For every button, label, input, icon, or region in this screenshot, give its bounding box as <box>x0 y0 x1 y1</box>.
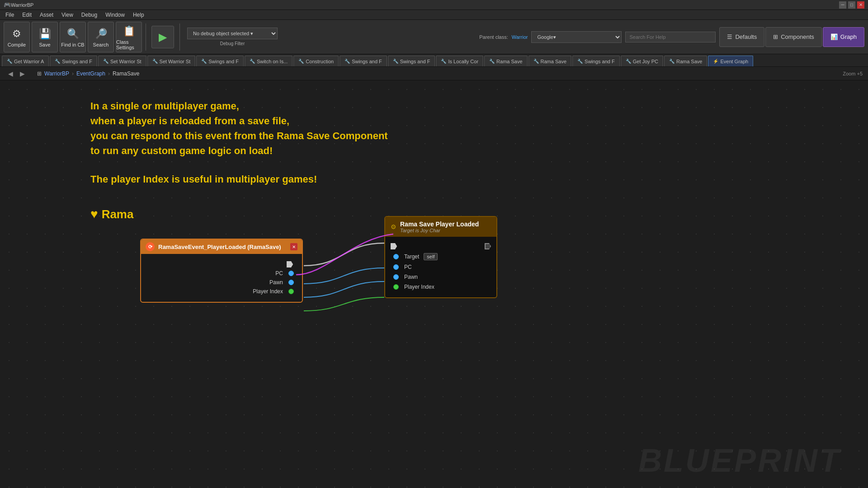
graph-icon: 📊 <box>830 33 838 40</box>
help-search-input[interactable] <box>625 32 716 42</box>
tab-swings-4[interactable]: 🔧 Swings and F <box>388 56 435 66</box>
exec-out-pin <box>287 261 293 267</box>
tab-switch-on-is[interactable]: 🔧 Switch on Is... <box>245 56 292 66</box>
debug-object-select[interactable]: No debug object selected ▾ <box>187 28 278 39</box>
tab-icon-5: 🔧 <box>250 59 255 64</box>
compile-button[interactable]: ⚙ Compile <box>4 22 30 52</box>
toolbar: ⚙ Compile 💾 Save 🔍 Find in CB 🔎 Search 📋… <box>0 20 868 54</box>
tabs-row: 🔧 Get Warrior A 🔧 Swings and F 🔧 Set War… <box>0 54 868 67</box>
node-left-pin-pc: PC <box>146 270 297 277</box>
tab-icon-12: 🔧 <box>577 59 583 64</box>
breadcrumb-sep-2: › <box>108 70 110 77</box>
tab-icon-13: 🔧 <box>626 59 631 64</box>
breadcrumb-root[interactable]: WarriorBP <box>44 70 69 77</box>
class-settings-button[interactable]: 📋 Class Settings <box>116 22 142 52</box>
class-settings-icon: 📋 <box>122 24 136 38</box>
pin-pawn-out <box>288 280 294 285</box>
tab-components[interactable]: ⊞ Components <box>765 27 822 47</box>
tab-rama-save-3[interactable]: 🔧 Rama Save <box>664 56 707 66</box>
tab-swings-2[interactable]: 🔧 Swings and F <box>196 56 244 66</box>
pin-pc-out <box>288 271 294 276</box>
menu-debug[interactable]: Debug <box>78 11 101 19</box>
tab-graph[interactable]: 📊 Graph <box>823 27 864 47</box>
right-pin-pc <box>393 264 399 270</box>
tab-get-joy-pc[interactable]: 🔧 Get Joy PC <box>621 56 663 66</box>
tab-event-graph[interactable]: ⚡ Event Graph <box>708 56 753 66</box>
tab-icon-8: 🔧 <box>393 59 398 64</box>
pin-playerindex-out <box>288 289 294 294</box>
node-ramasaveevent-playerloaded[interactable]: ⟳ RamaSaveEvent_PlayerLoaded (RamaSave) … <box>140 239 303 303</box>
node-left-pin-pawn: Pawn <box>146 279 297 286</box>
node-right-pin-pc: PC <box>391 264 491 270</box>
tab-set-warrior-2[interactable]: 🔧 Set Warrior St <box>147 56 196 66</box>
node-left-body: PC Pawn Player Index <box>141 254 302 302</box>
save-icon: 💾 <box>38 27 52 41</box>
compile-icon: ⚙ <box>9 27 24 41</box>
menu-edit[interactable]: Edit <box>19 11 35 19</box>
heart-icon: ♥ <box>90 207 98 221</box>
tab-icon-9: 🔧 <box>441 59 446 64</box>
tab-swings-5[interactable]: 🔧 Swings and F <box>572 56 620 66</box>
node-left-pin-playerindex: Player Index <box>146 288 297 295</box>
search-toolbar-icon: 🔎 <box>94 27 108 41</box>
tab-set-warrior-1[interactable]: 🔧 Set Warrior St <box>98 56 146 66</box>
tab-rama-save-1[interactable]: 🔧 Rama Save <box>484 56 527 66</box>
tab-icon-15: ⚡ <box>713 59 718 64</box>
toolbar-separator-1 <box>146 23 146 51</box>
tab-icon-4: 🔧 <box>201 59 207 64</box>
tab-swings-1[interactable]: 🔧 Swings and F <box>50 56 97 66</box>
nav-back-button[interactable]: ◀ <box>5 69 15 79</box>
node-right-pin-playerindex: Player Index <box>391 284 491 290</box>
google-dropdown[interactable]: Google▾ <box>531 31 622 43</box>
rama-signature: ♥ Rama <box>90 207 133 221</box>
tab-is-locally-cor[interactable]: 🔧 Is Locally Cor <box>436 56 483 66</box>
blueprint-canvas[interactable]: In a single or multiplayer game, when a … <box>0 80 868 488</box>
menu-file[interactable]: File <box>2 11 18 19</box>
menu-asset[interactable]: Asset <box>36 11 57 19</box>
components-icon: ⊞ <box>773 33 778 40</box>
play-button[interactable]: ▶ <box>151 26 174 48</box>
tab-icon-14: 🔧 <box>669 59 675 64</box>
tab-rama-save-2[interactable]: 🔧 Rama Save <box>528 56 571 66</box>
tab-construction[interactable]: 🔧 Construction <box>293 56 339 66</box>
node-right-icon: ⚙ <box>391 223 396 230</box>
find-in-cb-button[interactable]: 🔍 Find in CB <box>60 22 86 52</box>
right-pin-playerindex <box>393 284 399 290</box>
search-button[interactable]: 🔎 Search <box>88 22 114 52</box>
exec-in-pin <box>391 243 397 249</box>
toolbar-separator-2 <box>179 23 180 51</box>
app-title: WarriorBP <box>11 2 33 8</box>
tab-swings-3[interactable]: 🔧 Swings and F <box>340 56 387 66</box>
tab-icon-0: 🔧 <box>7 59 12 64</box>
nav-forward-button[interactable]: ▶ <box>17 69 27 79</box>
tab-icon-11: 🔧 <box>533 59 539 64</box>
defaults-icon: ☰ <box>727 33 732 40</box>
node-left-header: ⟳ RamaSaveEvent_PlayerLoaded (RamaSave) … <box>141 239 302 254</box>
breadcrumb-bar: ◀ ▶ ⊞ WarriorBP › EventGraph › RamaSave … <box>0 67 868 80</box>
breadcrumb-current: RamaSave <box>113 70 139 77</box>
node-left-close[interactable]: ✕ <box>290 243 297 250</box>
menu-window[interactable]: Window <box>102 11 128 19</box>
minimize-button[interactable]: ─ <box>839 1 846 9</box>
find-icon: 🔍 <box>66 27 80 41</box>
save-button[interactable]: 💾 Save <box>32 22 58 52</box>
tab-get-warrior-a[interactable]: 🔧 Get Warrior A <box>2 56 49 66</box>
close-button[interactable]: ✕ <box>857 1 864 9</box>
right-pin-pawn <box>393 274 399 280</box>
zoom-label: Zoom +5 <box>843 71 863 76</box>
target-pin <box>393 254 399 259</box>
tab-icon-6: 🔧 <box>298 59 304 64</box>
node-right-pin-pawn: Pawn <box>391 274 491 280</box>
tab-defaults[interactable]: ☰ Defaults <box>719 27 764 47</box>
menubar: File Edit Asset View Debug Window Help <box>0 10 868 20</box>
blueprint-watermark: BLUEPRINT <box>638 442 841 479</box>
node-ramasave-playerloaded[interactable]: ⚙ Rama Save Player Loaded Target is Joy … <box>384 216 497 298</box>
parent-class-value[interactable]: Warrior <box>512 34 528 40</box>
breadcrumb-level1[interactable]: EventGraph <box>76 70 105 77</box>
menu-view[interactable]: View <box>58 11 77 19</box>
menu-help[interactable]: Help <box>129 11 148 19</box>
maximize-button[interactable]: □ <box>848 1 855 9</box>
exec-out-pin-right <box>485 243 491 249</box>
node-left-title: RamaSaveEvent_PlayerLoaded (RamaSave) <box>158 244 281 250</box>
tab-icon-1: 🔧 <box>55 59 60 64</box>
